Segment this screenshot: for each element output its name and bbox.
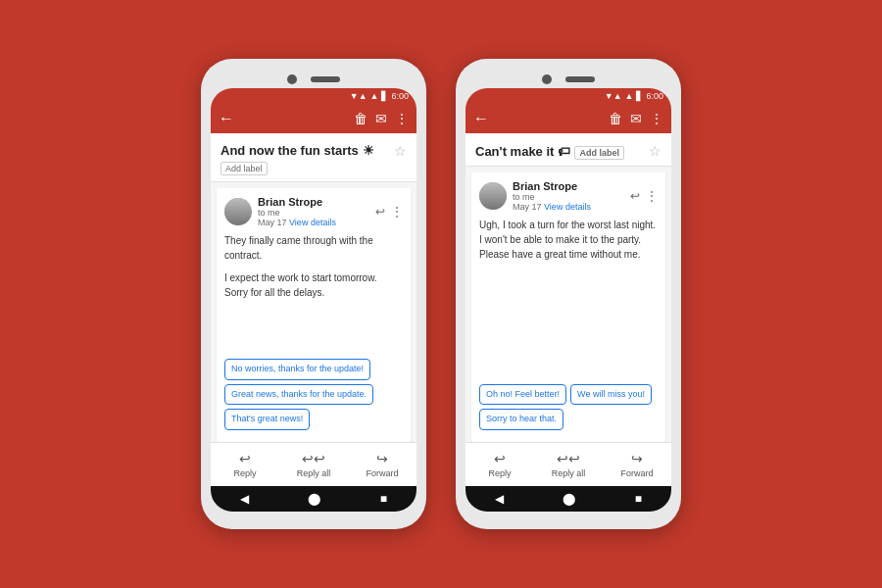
phone2-view-details-link[interactable]: View details [544, 202, 591, 212]
phone2-back-nav[interactable]: ◀ [495, 492, 504, 506]
phone2-more-icon[interactable]: ⋮ [650, 111, 663, 126]
phone-1: ▼▲ ▲ ▋ 6:00 ← 🗑 ✉ ⋮ And now the fun star… [201, 59, 426, 529]
phone1-back-button[interactable]: ← [219, 110, 234, 127]
phone1-reply-button[interactable]: ↩ Reply [211, 447, 279, 482]
phone1-smart-reply-2[interactable]: Great news, thanks for the update. [224, 384, 373, 406]
phone1-star-icon[interactable]: ☆ [394, 143, 407, 159]
phone2-subject-text: Can't make it [475, 144, 554, 159]
phone2-body-text: Ugh, I took a turn for the worst last ni… [479, 218, 658, 262]
phone2-smart-reply-2[interactable]: We will miss you! [570, 384, 652, 406]
phone2-wifi-icon: ▲ [625, 91, 634, 101]
phone2-reply-bar: ↩ Reply ↩↩ Reply all ↪ Forward [466, 442, 671, 486]
phone1-avatar-face [224, 198, 252, 225]
phone1-email-subject: And now the fun starts ☀ [220, 143, 374, 158]
phone2-add-label-button[interactable]: Add label [574, 146, 624, 160]
phone1-reply-all-button[interactable]: ↩↩ Reply all [279, 447, 348, 482]
phone1-message-card: Brian Strope to me May 17 View details ↩… [217, 188, 411, 442]
phone2-avatar [479, 182, 507, 210]
phone1-battery-icon: ▋ [381, 91, 388, 101]
phone2-speaker [565, 76, 595, 82]
phone2-reply-all-button[interactable]: ↩↩ Reply all [534, 447, 603, 482]
phone2-delete-icon[interactable]: 🗑 [609, 111, 622, 126]
phone2-message-card: Brian Strope to me May 17 View details ↩… [471, 172, 665, 442]
phone1-toolbar: ← 🗑 ✉ ⋮ [211, 104, 416, 133]
phone1-forward-label: Forward [366, 468, 398, 478]
phone1-sender-name: Brian Strope [258, 196, 369, 208]
phone2-sender-info: Brian Strope to me May 17 View details [513, 180, 624, 212]
phone2-toolbar-icons: 🗑 ✉ ⋮ [609, 111, 663, 126]
phone2-reply-all-label: Reply all [552, 468, 586, 478]
phone1-back-nav[interactable]: ◀ [240, 492, 249, 506]
phone2-subject-emoji: 🏷 [558, 144, 570, 159]
phone2-back-button[interactable]: ← [473, 110, 489, 127]
phone2-toolbar: ← 🗑 ✉ ⋮ [466, 104, 671, 133]
phone2-reply-icon[interactable]: ↩ [630, 189, 640, 203]
phone2-signal-icon: ▼▲ [605, 91, 622, 101]
phone2-forward-button[interactable]: ↪ Forward [603, 447, 671, 482]
phone1-view-details-link[interactable]: View details [289, 218, 336, 227]
phone1-subject-text: And now the fun starts [220, 143, 359, 158]
phone2-email-subject: Can't make it 🏷 Add label [475, 143, 624, 160]
phone1-subject-emoji: ☀ [363, 143, 374, 158]
phone2-status-bar: ▼▲ ▲ ▋ 6:00 [466, 88, 671, 104]
phone1-message-actions: ↩ ⋮ [375, 205, 403, 219]
phone2-battery-icon: ▋ [636, 91, 643, 101]
phone2-home-nav[interactable]: ⬤ [563, 492, 575, 506]
phone1-reply-label: Reply [233, 468, 256, 478]
phone1-email-header: And now the fun starts ☀ Add label ☆ [211, 133, 416, 182]
phone1-forward-button[interactable]: ↪ Forward [348, 447, 416, 482]
phone1-reply-icon[interactable]: ↩ [375, 205, 385, 219]
phone2-time: 6:00 [646, 91, 663, 101]
phone1-mail-icon[interactable]: ✉ [375, 111, 387, 126]
phone1-body-line1: They finally came through with the contr… [224, 233, 403, 263]
phone1-toolbar-icons: 🗑 ✉ ⋮ [354, 111, 409, 126]
phone2-smart-reply-1[interactable]: Oh no! Feel better! [479, 384, 566, 406]
phone1-smart-reply-1[interactable]: No worries, thanks for the update! [224, 359, 370, 380]
phone1-signal-icon: ▼▲ [350, 91, 368, 101]
phone1-bottom [211, 512, 416, 519]
phone2-message-actions: ↩ ⋮ [630, 189, 658, 203]
phone2-message-body: Ugh, I took a turn for the worst last ni… [479, 218, 658, 378]
phone1-smart-reply-3[interactable]: That's great news! [224, 409, 310, 430]
phone1-home-nav[interactable]: ⬤ [308, 492, 320, 506]
phone2-reply-button[interactable]: ↩ Reply [466, 447, 534, 482]
phone1-recent-nav[interactable]: ■ [380, 492, 387, 506]
phone2-subject-row: Can't make it 🏷 Add label ☆ [475, 143, 662, 160]
phone2-reply-action-icon: ↩ [494, 451, 506, 466]
phone2-sender-to: to me [513, 192, 624, 202]
phone1-reply-action-icon: ↩ [239, 451, 251, 466]
phone1-more-icon[interactable]: ⋮ [391, 205, 403, 219]
phone2-mail-icon[interactable]: ✉ [630, 111, 642, 126]
phone1-wifi-icon: ▲ [370, 91, 379, 101]
phone2-screen: ▼▲ ▲ ▋ 6:00 ← 🗑 ✉ ⋮ Can't make it 🏷 [466, 88, 671, 512]
phone-2: ▼▲ ▲ ▋ 6:00 ← 🗑 ✉ ⋮ Can't make it 🏷 [456, 59, 681, 529]
phone1-avatar [224, 198, 252, 225]
phone1-add-label-button[interactable]: Add label [220, 162, 268, 175]
phone2-email-header: Can't make it 🏷 Add label ☆ [466, 133, 671, 167]
phone1-forward-action-icon: ↪ [376, 451, 388, 466]
phone1-reply-bar: ↩ Reply ↩↩ Reply all ↪ Forward [211, 442, 416, 486]
phone2-smart-replies: Oh no! Feel better! We will miss you! So… [479, 384, 658, 430]
phone1-screen: ▼▲ ▲ ▋ 6:00 ← 🗑 ✉ ⋮ And now the fun star… [211, 88, 416, 512]
phone1-email-content: And now the fun starts ☀ Add label ☆ Bri… [211, 133, 416, 512]
phone2-more-icon[interactable]: ⋮ [646, 189, 658, 203]
phone2-avatar-face [479, 182, 507, 210]
phone1-more-icon[interactable]: ⋮ [395, 111, 409, 126]
phone2-smart-reply-3[interactable]: Sorry to hear that. [479, 409, 564, 430]
phone2-nav-bar: ◀ ⬤ ■ [466, 486, 671, 512]
phone2-forward-action-icon: ↪ [631, 451, 643, 466]
phone2-subject-container: Can't make it 🏷 Add label [475, 143, 624, 160]
phone1-nav-bar: ◀ ⬤ ■ [211, 486, 416, 512]
phone1-sender-date: May 17 View details [258, 218, 369, 227]
phone2-reply-label: Reply [488, 468, 511, 478]
phone1-reply-all-action-icon: ↩↩ [302, 451, 325, 466]
phone2-sender-name: Brian Strope [513, 180, 624, 192]
phone2-sender-row: Brian Strope to me May 17 View details ↩… [479, 180, 658, 212]
phone1-delete-icon[interactable]: 🗑 [354, 111, 368, 126]
phone1-body-line2: I expect the work to start tomorrow. Sor… [224, 270, 403, 300]
phone2-reply-all-action-icon: ↩↩ [557, 451, 580, 466]
phone2-star-icon[interactable]: ☆ [649, 143, 662, 159]
phone2-recent-nav[interactable]: ■ [635, 492, 642, 506]
phone1-sender-info: Brian Strope to me May 17 View details [258, 196, 369, 227]
phone1-sender-to: to me [258, 208, 369, 218]
